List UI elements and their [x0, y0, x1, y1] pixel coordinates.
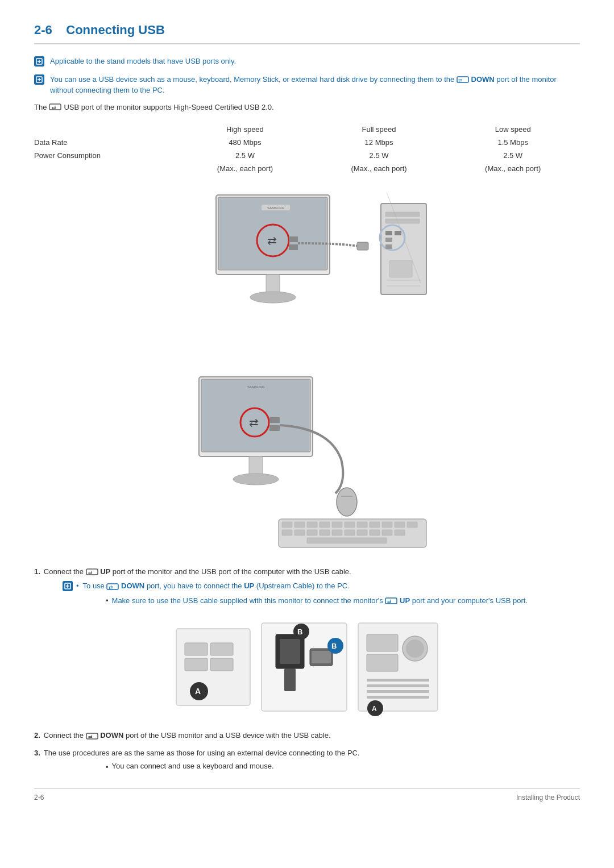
bottom-diagram: SAMSUNG ⇄	[34, 374, 580, 550]
note-icon-2	[34, 74, 44, 85]
svg-point-20	[250, 292, 296, 303]
svg-rect-16	[289, 236, 298, 242]
table-val-high-max: (Max., each port)	[178, 162, 312, 175]
step-1-number: 1.	[34, 567, 40, 576]
svg-rect-97	[367, 654, 398, 671]
table-row-datarate: Data Rate 480 Mbps 12 Mbps 1.5 Mbps	[34, 136, 580, 149]
monitor-keyboard-diagram: SAMSUNG ⇄	[165, 374, 449, 550]
svg-rect-39	[269, 417, 280, 423]
svg-rect-59	[294, 530, 305, 535]
the-line: The ⇄ USB port of the monitor supports H…	[34, 103, 580, 111]
svg-text:SAMSUNG: SAMSUNG	[247, 385, 265, 389]
svg-rect-62	[332, 530, 342, 535]
steps-section: 1. Connect the ⇄ UP port of the monitor …	[34, 567, 580, 771]
page-header: 2-6 Connecting USB	[34, 23, 580, 44]
svg-rect-56	[395, 522, 405, 528]
svg-rect-66	[382, 530, 392, 535]
svg-text:⇄: ⇄	[88, 570, 93, 575]
table-label-power: Power Consumption	[34, 149, 178, 162]
table-val-low-datarate: 1.5 Mbps	[446, 136, 580, 149]
cable-diagram: A B B	[34, 617, 580, 717]
svg-rect-17	[289, 244, 298, 250]
table-label-datarate: Data Rate	[34, 136, 178, 149]
svg-text:A: A	[372, 705, 377, 713]
svg-rect-40	[269, 425, 280, 431]
svg-text:⇄: ⇄	[249, 416, 259, 429]
svg-rect-88	[284, 668, 296, 691]
svg-rect-87	[280, 639, 300, 664]
svg-rect-68	[307, 538, 387, 543]
step-1-sub-2-dot: •	[106, 596, 109, 605]
svg-rect-29	[385, 244, 392, 249]
note-1-text: Applicable to the stand models that have…	[50, 56, 236, 67]
table-col-full: Full speed	[312, 123, 446, 136]
svg-rect-65	[370, 530, 380, 535]
table-val-full-power: 2.5 W	[312, 149, 446, 162]
svg-rect-58	[282, 530, 292, 535]
table-col-empty	[34, 123, 178, 136]
svg-rect-60	[307, 530, 317, 535]
svg-text:⇄: ⇄	[88, 734, 93, 740]
svg-rect-102	[367, 690, 429, 693]
note-1: Applicable to the stand models that have…	[34, 56, 580, 67]
svg-rect-53	[357, 522, 367, 528]
step-3-number: 3.	[34, 749, 40, 757]
svg-rect-23	[385, 212, 420, 217]
svg-rect-82	[210, 658, 233, 671]
section-title: 2-6 Connecting USB	[34, 23, 165, 37]
svg-rect-24	[385, 219, 420, 223]
svg-rect-103	[367, 696, 429, 699]
svg-text:A: A	[195, 687, 201, 696]
svg-rect-28	[385, 238, 392, 242]
note-icon-step1	[63, 581, 73, 591]
svg-rect-49	[307, 522, 317, 528]
footer-left: 2-6	[34, 794, 44, 801]
step-2-number: 2.	[34, 731, 40, 740]
svg-rect-80	[210, 643, 233, 655]
svg-rect-36	[202, 380, 309, 451]
speed-table: High speed Full speed Low speed Data Rat…	[34, 123, 580, 175]
table-val-full-max: (Max., each port)	[312, 162, 446, 175]
svg-rect-63	[345, 530, 355, 535]
step-1: 1. Connect the ⇄ UP port of the monitor …	[34, 567, 580, 607]
table-header-row: High speed Full speed Low speed	[34, 123, 580, 136]
step-1-sub-2-text: Make sure to use the USB cable supplied …	[112, 595, 528, 607]
monitor-pc-diagram: SAMSUNG ⇄	[182, 192, 432, 357]
step-2-row: 2. Connect the ⇄ DOWN port of the USB mo…	[34, 731, 580, 740]
svg-rect-48	[294, 522, 305, 528]
svg-point-43	[233, 474, 279, 485]
table-label-maxport	[34, 162, 178, 175]
svg-rect-79	[185, 643, 208, 655]
svg-rect-90	[312, 651, 331, 663]
svg-text:⇄: ⇄	[109, 584, 113, 590]
step-2: 2. Connect the ⇄ DOWN port of the USB mo…	[34, 731, 580, 740]
step-3-sub-text: You can connect and use a keyboard and m…	[112, 762, 274, 770]
svg-rect-101	[367, 684, 429, 687]
svg-rect-81	[185, 658, 208, 671]
step-1-row: 1. Connect the ⇄ UP port of the monitor …	[34, 567, 580, 576]
svg-rect-52	[345, 522, 355, 528]
svg-rect-55	[382, 522, 392, 528]
the-line-text: USB port of the monitor supports High-Sp…	[64, 103, 273, 111]
svg-rect-30	[389, 260, 412, 277]
svg-rect-61	[320, 530, 330, 535]
svg-text:SAMSUNG: SAMSUNG	[267, 206, 285, 210]
svg-rect-26	[385, 231, 392, 235]
svg-rect-21	[357, 242, 368, 250]
step-3: 3. The use procedures are as the same as…	[34, 749, 580, 771]
table-row-power: Power Consumption 2.5 W 2.5 W 2.5 W	[34, 149, 580, 162]
svg-rect-50	[320, 522, 330, 528]
svg-rect-51	[332, 522, 342, 528]
svg-text:B: B	[297, 628, 302, 636]
table-val-high-datarate: 480 Mbps	[178, 136, 312, 149]
svg-rect-96	[367, 634, 398, 651]
svg-rect-54	[370, 522, 380, 528]
step-1-sub-1: • To use ⇄ DOWN port, you have to connec…	[63, 580, 580, 592]
step-3-subitems: • You can connect and use a keyboard and…	[63, 762, 580, 771]
table-col-high: High speed	[178, 123, 312, 136]
svg-rect-64	[357, 530, 367, 535]
top-diagram: SAMSUNG ⇄	[34, 192, 580, 357]
note-2: You can use a USB device such as a mouse…	[34, 74, 580, 96]
svg-text:B: B	[331, 642, 337, 650]
step-3-row: 3. The use procedures are as the same as…	[34, 749, 580, 757]
